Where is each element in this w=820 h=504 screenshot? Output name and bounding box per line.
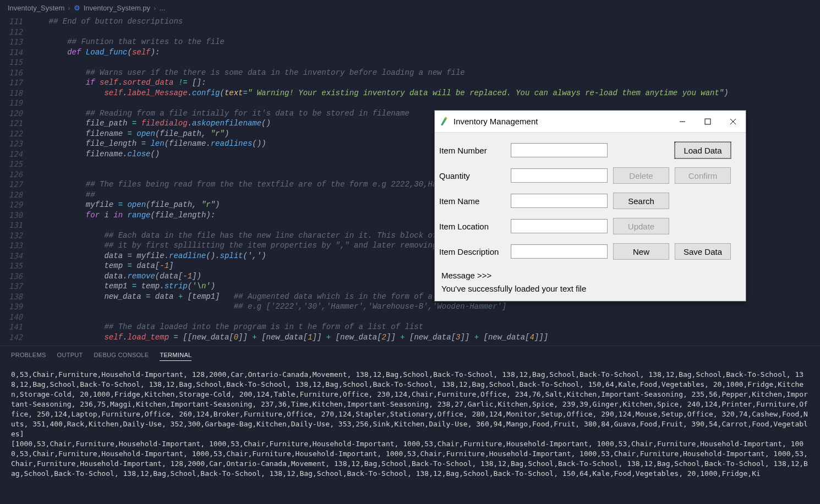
delete-button[interactable]: Delete	[613, 167, 669, 184]
load-data-button[interactable]: Load Data	[675, 142, 731, 158]
line-number: 139	[0, 302, 30, 312]
chevron-right-icon: ›	[154, 4, 156, 12]
close-button[interactable]	[720, 111, 746, 133]
panel-tab-problems[interactable]: PROBLEMS	[11, 352, 46, 361]
line-number: 125	[0, 159, 30, 169]
line-number: 127	[0, 179, 30, 190]
line-number: 111	[0, 17, 30, 27]
line-number: 136	[0, 271, 30, 282]
line-number: 138	[0, 292, 30, 302]
inventory-app-window: Inventory Management Item Number Load Da…	[434, 110, 746, 302]
message-label: Message >>>	[441, 269, 739, 282]
line-number: 126	[0, 169, 30, 180]
new-button[interactable]: New	[613, 243, 669, 260]
code-line[interactable]	[30, 98, 820, 108]
line-number: 132	[0, 231, 30, 241]
line-number: 116	[0, 68, 30, 78]
item-description-input[interactable]	[511, 244, 608, 259]
code-line[interactable]: ## End of button descriptions	[30, 17, 820, 27]
quantity-input[interactable]	[511, 168, 608, 183]
python-file-icon: ⚙	[74, 4, 80, 12]
search-button[interactable]: Search	[613, 193, 669, 209]
code-line[interactable]: ## The data loaded into the program is i…	[30, 322, 820, 332]
item-location-input[interactable]	[511, 219, 608, 233]
line-number: 133	[0, 240, 30, 251]
line-number: 128	[0, 190, 30, 200]
breadcrumb[interactable]: Inventoty_System › ⚙ Inventory_System.py…	[0, 0, 820, 15]
code-line[interactable]	[30, 57, 820, 68]
code-line[interactable]: ## Funtion that writes to the file	[30, 37, 820, 47]
chevron-right-icon: ›	[68, 4, 70, 12]
code-line[interactable]: self.load_temp = [[new_data[0]] + [new_d…	[30, 332, 820, 343]
line-number: 113	[0, 37, 30, 47]
line-number: 137	[0, 281, 30, 292]
code-line[interactable]	[30, 27, 820, 37]
code-line[interactable]: def Load_func(self):	[30, 47, 820, 58]
line-number: 122	[0, 129, 30, 139]
item-name-input[interactable]	[511, 194, 608, 208]
line-number: 115	[0, 57, 30, 68]
item-number-input[interactable]	[511, 143, 608, 157]
breadcrumb-ellipsis[interactable]: ...	[159, 4, 165, 12]
line-number: 130	[0, 210, 30, 221]
item-location-label: Item Location	[438, 222, 511, 231]
line-number-gutter: 1111121131141151161171181191201211221231…	[0, 15, 30, 346]
breadcrumb-folder[interactable]: Inventoty_System	[8, 4, 64, 12]
save-data-button[interactable]: Save Data	[675, 243, 731, 260]
confirm-button[interactable]: Confirm	[675, 167, 731, 184]
line-number: 114	[0, 47, 30, 58]
line-number: 142	[0, 332, 30, 343]
panel-tabs: PROBLEMSOUTPUTDEBUG CONSOLETERMINAL	[0, 346, 820, 364]
app-icon	[439, 117, 449, 127]
svg-rect-1	[705, 119, 710, 124]
breadcrumb-file[interactable]: Inventory_System.py	[84, 4, 150, 12]
window-titlebar[interactable]: Inventory Management	[435, 111, 746, 133]
minimize-button[interactable]	[670, 111, 695, 133]
item-description-label: Item Description	[438, 247, 511, 256]
code-line[interactable]: self.label_Message.config(text=" Warning…	[30, 88, 820, 98]
line-number: 118	[0, 88, 30, 98]
line-number: 134	[0, 251, 30, 261]
message-text: You've successfully loaded your text fil…	[441, 282, 739, 295]
line-number: 135	[0, 261, 30, 271]
window-title: Inventory Management	[453, 117, 670, 126]
line-number: 119	[0, 98, 30, 108]
panel-tab-debug-console[interactable]: DEBUG CONSOLE	[94, 352, 149, 361]
line-number: 124	[0, 149, 30, 160]
line-number: 117	[0, 78, 30, 88]
quantity-label: Quantity	[438, 171, 511, 180]
line-number: 120	[0, 108, 30, 119]
line-number: 141	[0, 322, 30, 332]
line-number: 112	[0, 27, 30, 37]
update-button[interactable]: Update	[613, 218, 669, 234]
maximize-button[interactable]	[695, 111, 720, 133]
panel-tab-output[interactable]: OUTPUT	[57, 352, 83, 361]
item-name-label: Item Name	[438, 196, 511, 206]
bottom-panel: PROBLEMSOUTPUTDEBUG CONSOLETERMINAL 0,53…	[0, 346, 820, 504]
code-line[interactable]: ## Warns user if the there is some data …	[30, 68, 820, 78]
item-number-label: Item Number	[438, 146, 511, 155]
terminal-output[interactable]: 0,53,Chair,Furniture,Household-Important…	[0, 364, 820, 504]
panel-tab-terminal[interactable]: TERMINAL	[160, 352, 192, 361]
line-number: 121	[0, 118, 30, 129]
line-number: 123	[0, 139, 30, 149]
line-number: 140	[0, 312, 30, 322]
code-line[interactable]	[30, 312, 820, 322]
code-line[interactable]: if self.sorted_data != []:	[30, 78, 820, 88]
line-number: 129	[0, 200, 30, 210]
line-number: 131	[0, 220, 30, 231]
